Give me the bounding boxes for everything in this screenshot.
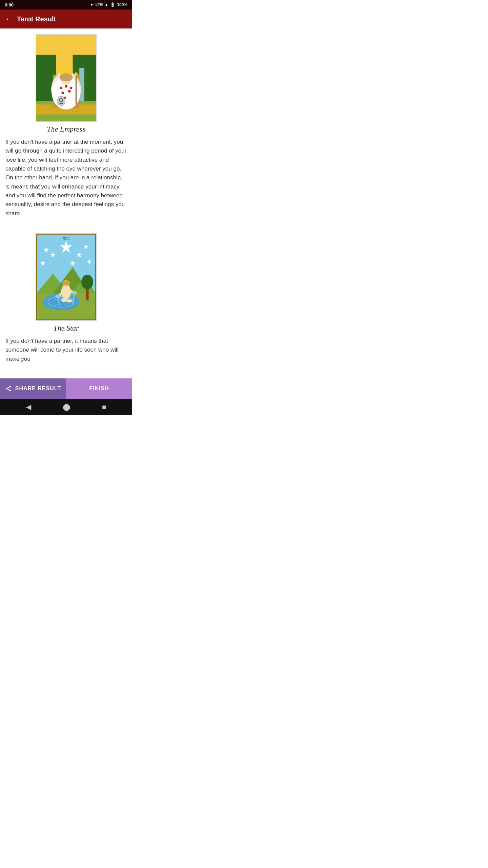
star-card-section: XVII The Star If you don't have a partne… [5,233,127,372]
page-title: Tarot Result [17,15,56,23]
svg-point-51 [55,295,61,298]
nav-recent-button[interactable]: ■ [99,400,109,414]
signal-icon: ▲ [104,2,108,7]
finish-button[interactable]: FINISH [66,378,132,399]
network-label: LTE [96,2,103,7]
svg-point-48 [62,280,70,286]
nav-bar: ◀ ⬤ ■ [0,399,132,415]
svg-point-26 [74,72,78,76]
star-illustration: XVII [36,234,96,320]
nav-back-button[interactable]: ◀ [23,400,34,414]
nav-home-button[interactable]: ⬤ [60,400,73,414]
svg-text:XVII: XVII [63,237,70,241]
battery-label: 100% [117,2,127,7]
svg-point-37 [81,275,93,289]
empress-card-description: If you don't have a partner at the momen… [5,138,127,218]
star-card-description: If you don't have a partner, it means th… [5,337,127,363]
svg-point-11 [70,86,73,89]
svg-point-54 [67,299,72,303]
svg-point-58 [6,388,7,390]
empress-card-title: The Empress [47,125,85,134]
svg-point-13 [68,90,71,93]
share-result-label: SHARE RESULT [15,386,61,392]
battery-icon: 🔋 [110,2,115,7]
finish-label: FINISH [89,386,109,391]
svg-point-59 [9,390,11,391]
share-icon [5,385,12,392]
status-bar: 9:00 ▼ LTE ▲ 🔋 100% [0,0,132,9]
svg-point-9 [60,86,62,89]
bottom-buttons: SHARE RESULT FINISH [0,378,132,399]
empress-card-image [36,34,97,122]
svg-point-57 [9,386,11,388]
status-bar-right: ▼ LTE ▲ 🔋 100% [90,2,127,7]
empress-card-section: The Empress If you don't have a partner … [5,34,127,226]
wifi-icon: ▼ [90,2,94,7]
svg-point-53 [61,298,68,302]
svg-line-61 [7,387,9,388]
svg-point-10 [65,85,67,88]
empress-illustration [36,35,96,121]
star-card-image: XVII [36,233,97,321]
svg-point-52 [72,291,77,295]
back-button[interactable]: ← [5,15,13,23]
status-time: 9:00 [5,2,14,7]
svg-line-60 [7,389,9,390]
svg-point-20 [59,73,73,81]
svg-point-12 [61,92,64,94]
share-result-button[interactable]: SHARE RESULT [0,378,66,399]
content-area: The Empress If you don't have a partner … [0,28,132,378]
app-bar: ← Tarot Result [0,9,132,28]
svg-point-21 [57,96,65,106]
star-card-title: The Star [53,324,79,333]
